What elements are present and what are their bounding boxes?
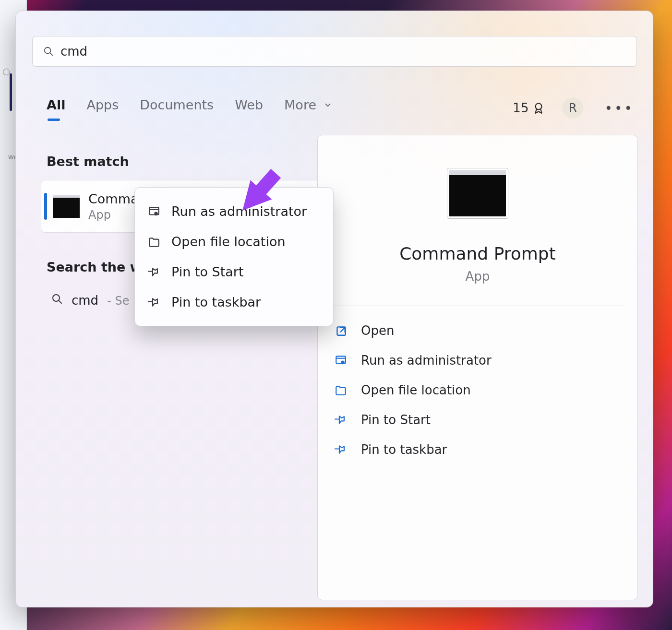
ctx-pin-to-start[interactable]: Pin to Start	[135, 257, 333, 287]
tab-more-label: More	[284, 97, 316, 112]
best-match-heading: Best match	[47, 154, 129, 169]
search-bar[interactable]	[32, 36, 637, 67]
action-pin-to-taskbar[interactable]: Pin to taskbar	[331, 436, 624, 464]
detail-subtitle: App	[466, 269, 490, 284]
more-options-button[interactable]: •••	[600, 98, 638, 118]
action-label: Open file location	[361, 383, 471, 397]
action-open[interactable]: Open	[331, 317, 624, 345]
avatar-initial: R	[569, 101, 577, 115]
web-search-suffix: - Se	[107, 294, 129, 308]
rewards-points-value: 15	[513, 101, 528, 115]
ctx-label: Open file location	[171, 234, 286, 249]
user-avatar[interactable]: R	[562, 97, 583, 119]
action-label: Run as administrator	[361, 353, 492, 368]
medal-icon	[532, 102, 545, 114]
detail-title: Command Prompt	[399, 244, 556, 263]
action-pin-to-start[interactable]: Pin to Start	[331, 406, 624, 434]
context-menu: Run as administrator Open file location …	[134, 187, 334, 326]
folder-icon	[334, 383, 348, 397]
search-icon	[43, 46, 54, 57]
web-search-suggestion[interactable]: cmd - Se	[51, 293, 129, 308]
action-label: Pin to Start	[361, 413, 431, 427]
command-prompt-icon	[449, 170, 506, 216]
ctx-open-file-location[interactable]: Open file location	[135, 226, 333, 257]
pin-icon	[334, 413, 348, 427]
clock-icon	[3, 69, 10, 75]
tab-web[interactable]: Web	[235, 97, 263, 119]
filter-tab-row: All Apps Documents Web More 15 R •••	[47, 94, 647, 122]
start-search-panel: All Apps Documents Web More 15 R •••	[15, 11, 653, 607]
detail-app-icon-frame	[447, 168, 508, 219]
ctx-label: Pin to Start	[171, 264, 244, 279]
admin-window-icon	[334, 354, 348, 367]
admin-window-icon	[147, 205, 161, 218]
search-icon	[51, 293, 63, 305]
action-label: Pin to taskbar	[361, 442, 447, 457]
rewards-points[interactable]: 15	[513, 101, 545, 115]
folder-icon	[147, 235, 161, 249]
ctx-label: Pin to taskbar	[171, 295, 261, 309]
tab-more[interactable]: More	[284, 97, 332, 119]
action-label: Open	[361, 323, 394, 338]
chevron-down-icon	[324, 100, 332, 112]
search-input[interactable]	[60, 44, 626, 59]
open-external-icon	[334, 324, 348, 337]
detail-actions-list: Open Run as administrator Open file loca…	[318, 317, 637, 464]
result-details-pane: Command Prompt App Open Run as administr…	[317, 135, 638, 600]
divider	[331, 306, 624, 306]
action-run-as-admin[interactable]: Run as administrator	[331, 346, 624, 374]
pin-icon	[147, 265, 161, 279]
tab-all[interactable]: All	[47, 97, 65, 119]
web-search-term: cmd	[72, 293, 98, 308]
command-prompt-icon	[53, 195, 80, 218]
selection-indicator	[44, 193, 47, 220]
background-accent-bar	[10, 73, 12, 111]
action-open-file-location[interactable]: Open file location	[331, 376, 624, 404]
pin-icon	[334, 443, 348, 456]
ctx-pin-to-taskbar[interactable]: Pin to taskbar	[135, 287, 333, 317]
tab-apps[interactable]: Apps	[86, 97, 119, 119]
tab-documents[interactable]: Documents	[140, 97, 214, 119]
pin-icon	[147, 296, 161, 309]
